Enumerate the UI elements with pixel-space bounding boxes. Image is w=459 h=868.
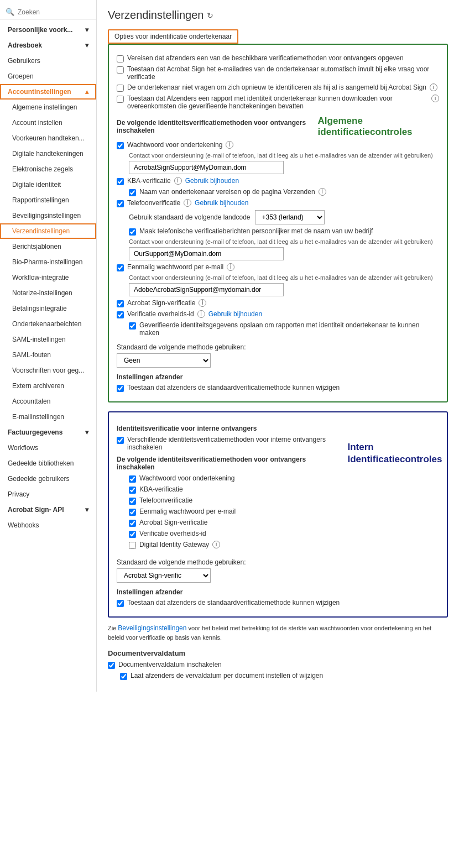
sidebar-item-ondertekenaarbeichten[interactable]: Ondertekenaarbeichten	[0, 316, 96, 332]
footnote: Zie Beveiligingsinstellingen voor het be…	[108, 623, 448, 642]
sidebar-item-berichtsjablonen[interactable]: Berichtsjablonen	[0, 239, 96, 254]
checkbox-wachtwoord-input[interactable]	[117, 142, 124, 149]
checkbox-afzender-input[interactable]	[117, 385, 124, 392]
checkbox-doc-laat-label: Laat afzenders de vervaldatum per docume…	[131, 672, 323, 679]
checkbox-intern-eenmalig-input[interactable]	[129, 509, 136, 516]
landcode-select[interactable]: +353 (Ierland) +1 (VS) +31 (Nederland) +…	[255, 210, 325, 224]
sidebar-item-factuurgegevens[interactable]: Factuurgegevens ▾	[0, 425, 96, 440]
checkbox-label-2: Toestaan dat Acrobat Sign het e-mailadre…	[127, 65, 439, 81]
sidebar-item-voorkeuren[interactable]: Voorkeuren handteken...	[0, 130, 96, 146]
sidebar-item-label: Voorschriften voor geg...	[12, 367, 84, 374]
chevron-down-icon: ▾	[85, 506, 88, 514]
checkbox-intern-wachtwoord-input[interactable]	[129, 475, 136, 483]
checkbox-intern-acrobat-input[interactable]	[129, 520, 136, 527]
sidebar-item-bio-pharma[interactable]: Bio-Pharma-instellingen	[0, 254, 96, 270]
checkbox-intern-kba-label: KBA-verificatie	[139, 485, 183, 493]
sidebar-item-label: SAML-instellingen	[12, 336, 66, 343]
checkbox-intern-digital-identity-input[interactable]	[129, 542, 136, 549]
sidebar-item-label: Gedeelde bibliotheken	[8, 459, 74, 467]
sidebar-item-workflows[interactable]: Workflows	[0, 440, 96, 456]
sidebar-item-groepen[interactable]: Groepen	[0, 69, 96, 84]
checkbox-intern-kba-input[interactable]	[129, 487, 136, 494]
checkbox-eenmalig-input[interactable]	[117, 264, 124, 271]
sidebar-item-label: Extern archiveren	[12, 382, 64, 390]
checkbox-doc-inschakelen-input[interactable]	[108, 662, 115, 669]
checkbox-eenmalig-label: Eenmalig wachtwoord per e-mail	[127, 263, 223, 271]
sidebar-item-verzendinstellingen[interactable]: Verzendinstellingen	[0, 223, 96, 239]
checkbox-wachtwoord: Wachtwoord voor ondertekening i	[117, 141, 439, 149]
sidebar-item-notarize[interactable]: Notarize-instellingen	[0, 285, 96, 301]
info-icon-naam: i	[319, 188, 326, 196]
sidebar-item-accounttalen[interactable]: Accounttalen	[0, 394, 96, 409]
checkbox-intern-main-input[interactable]	[117, 437, 124, 444]
checkbox-intern-telefoon-input[interactable]	[129, 498, 136, 505]
sidebar-item-gedeelde-gebruikers[interactable]: Gedeelde gebruikers	[0, 471, 96, 487]
checkbox-toestaan-sign[interactable]	[117, 66, 124, 74]
checkbox-label-3: De ondertekenaar niet vragen om zich opn…	[127, 83, 426, 91]
beveiligingsinstellingen-link[interactable]: Beveiligingsinstellingen	[118, 624, 186, 632]
checkbox-intern-overheids-input[interactable]	[129, 531, 136, 538]
sidebar-item-accountinstellingen[interactable]: Accountinstellingen ▴	[0, 84, 96, 100]
sidebar-item-digitale-handtekeningen[interactable]: Digitale handtekeningen	[0, 146, 96, 161]
checkbox-persoonlijker-input[interactable]	[129, 228, 136, 236]
checkbox-vereisen[interactable]	[117, 55, 124, 62]
checkbox-persoonlijker-label: Maak telefonische verificatieberichten p…	[139, 227, 373, 235]
checkbox-niet-vragen[interactable]	[117, 85, 124, 92]
checkbox-geverifieerde-input[interactable]	[129, 322, 136, 330]
sidebar-item-saml-instellingen[interactable]: SAML-instellingen	[0, 332, 96, 347]
sidebar-item-e-mailinstellingen[interactable]: E-mailinstellingen	[0, 409, 96, 425]
checkbox-rapport[interactable]	[117, 96, 124, 103]
methods-label: De volgende identiteitsverificatiemethod…	[117, 119, 312, 134]
sidebar-item-saml-fouten[interactable]: SAML-fouten	[0, 347, 96, 363]
checkbox-overheids-id-input[interactable]	[117, 311, 124, 318]
checkbox-doc-laat-input[interactable]	[120, 673, 127, 680]
sidebar-item-label: Adresboek	[8, 41, 42, 49]
sidebar-item-label: Webhooks	[8, 521, 39, 529]
checkbox-acrobat-sign-input[interactable]	[117, 300, 124, 307]
sidebar-item-betalingsintegratie[interactable]: Betalingsintegratie	[0, 301, 96, 316]
sidebar-item-elektronische[interactable]: Elektronische zegels	[0, 161, 96, 177]
sidebar-item-workflow-integratie[interactable]: Workflow-integratie	[0, 270, 96, 285]
contact-support-input-3[interactable]	[129, 283, 284, 296]
checkbox-naam-input[interactable]	[129, 189, 136, 196]
checkbox-intern-telefoon-label: Telefoonverificatie	[139, 496, 192, 504]
checkbox-intern-afzender: Toestaan dat afzenders de standaardverif…	[117, 599, 439, 607]
sidebar-item-beveiligingsinstellingen[interactable]: Beveiligingsinstellingen	[0, 208, 96, 223]
sidebar-item-digitale-identiteit[interactable]: Digitale identiteit	[0, 177, 96, 192]
search-input[interactable]	[18, 8, 91, 16]
sidebar-item-gebruikers[interactable]: Gebruikers	[0, 53, 96, 69]
sidebar-item-label: Workflow-integratie	[12, 274, 69, 281]
sidebar-item-adresboek[interactable]: Adresboek ▾	[0, 38, 96, 53]
telefoon-gebruik-bijhouden-link[interactable]: Gebruik bijhouden	[195, 199, 248, 207]
sidebar-item-privacy[interactable]: Privacy	[0, 487, 96, 502]
sidebar-item-persoonlijke[interactable]: Persoonlijke voork... ▾	[0, 22, 96, 38]
sidebar-item-label: Verzendinstellingen	[12, 227, 70, 235]
sidebar-item-gedeelde-bibliotheken[interactable]: Gedeelde bibliotheken	[0, 456, 96, 471]
sidebar-item-extern[interactable]: Extern archiveren	[0, 378, 96, 394]
overheids-gebruik-bijhouden-link[interactable]: Gebruik bijhouden	[208, 310, 262, 318]
sidebar-item-voorschriften[interactable]: Voorschriften voor geg...	[0, 363, 96, 378]
refresh-icon[interactable]: ↻	[207, 11, 213, 20]
checkbox-telefoon-input[interactable]	[117, 200, 124, 207]
sidebar-item-rapportinstellingen[interactable]: Rapportinstellingen	[0, 192, 96, 208]
contact-support-input-2[interactable]	[129, 247, 284, 260]
checkbox-telefoon: Telefoonverificatie i Gebruik bijhouden	[117, 199, 439, 207]
intern-left: Identiteitsverificatie voor interne ontv…	[117, 419, 340, 552]
sidebar-item-api[interactable]: Acrobat Sign- API ▾	[0, 502, 96, 517]
sidebar-item-account-instellen[interactable]: Account instellen	[0, 115, 96, 130]
default-method-select[interactable]: Geen Wachtwoord voor ondertekening KBA-v…	[117, 353, 211, 368]
checkbox-kba-input[interactable]	[117, 178, 124, 185]
intern-methods-label: De volgende identiteitsverificatiemethod…	[117, 456, 340, 471]
afzender-label: Instellingen afzender	[117, 373, 439, 381]
sidebar-item-webhooks[interactable]: Webhooks	[0, 517, 96, 533]
sidebar-item-algemene[interactable]: Algemene instellingen	[0, 100, 96, 115]
contact-support-input-1[interactable]	[129, 161, 284, 174]
checkbox-label-4: Toestaan dat Afzenders een rapport met i…	[127, 95, 428, 110]
checkbox-afzender: Toestaan dat afzenders de standaardverif…	[117, 384, 439, 392]
search-bar[interactable]: 🔍	[0, 4, 96, 20]
intern-label-container: InternIdentificatiecontroles	[340, 419, 439, 466]
checkbox-intern-afzender-input[interactable]	[117, 600, 124, 607]
info-icon-3: i	[430, 83, 437, 91]
kba-gebruik-bijhouden-link[interactable]: Gebruik bijhouden	[185, 177, 239, 185]
intern-default-method-select[interactable]: Acrobat Sign-verific Geen Wachtwoord voo…	[117, 568, 211, 583]
